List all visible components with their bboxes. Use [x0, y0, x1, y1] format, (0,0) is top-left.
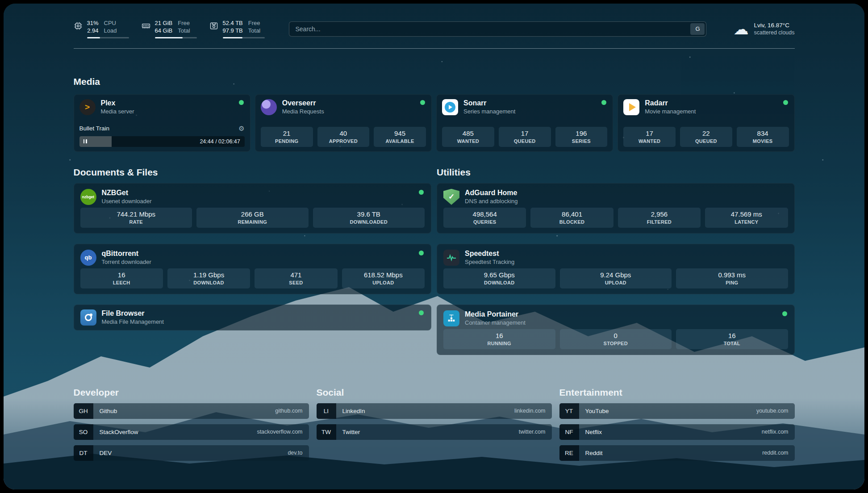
weather-condition: scattered clouds	[754, 29, 794, 36]
memory-total-value: 64 GiB	[155, 27, 173, 35]
gear-icon[interactable]: ⚙	[238, 125, 244, 133]
nzbget-card[interactable]: nzbget NZBGet Usenet downloader 744.21 M…	[74, 183, 432, 234]
section-developer: Developer GH Github github.com SO StackO…	[74, 387, 309, 461]
stat: 485WANTED	[442, 127, 494, 147]
speedtest-icon	[443, 250, 459, 266]
section-social: Social LI LinkedIn linkedin.com TW Twitt…	[317, 387, 552, 461]
memory-free-label: Free	[178, 20, 190, 27]
playback-progress-bar[interactable]: 24:44 / 02:06:47	[79, 136, 245, 147]
service-name: NZBGet	[102, 189, 152, 197]
bookmark-linkedin[interactable]: LI LinkedIn linkedin.com	[317, 403, 552, 419]
section-title-documents: Documents & Files	[74, 167, 432, 178]
cpu-progress-bar	[87, 37, 129, 38]
stat: 47.569 msLATENCY	[705, 208, 788, 228]
status-dot	[419, 190, 424, 195]
cpu-monitor: 31% 2.94 CPU Load	[74, 20, 129, 38]
stat: 2,956FILTERED	[618, 208, 701, 228]
status-dot	[601, 100, 606, 105]
section-title-developer: Developer	[74, 387, 309, 398]
bookmark-abbr: LI	[317, 403, 336, 419]
service-name: Radarr	[645, 99, 696, 107]
bookmark-netflix[interactable]: NF Netflix netflix.com	[559, 424, 795, 440]
stat: 0.993 msPING	[676, 268, 788, 288]
playback-time: 24:44 / 02:06:47	[200, 138, 240, 145]
bookmark-name: Netflix	[585, 429, 602, 435]
filebrowser-icon	[80, 309, 96, 326]
qbittorrent-card[interactable]: qb qBittorrent Torrent downloader 16LEEC…	[74, 244, 432, 294]
cpu-load-value: 2.94	[87, 27, 98, 35]
status-dot	[419, 310, 424, 315]
service-name: qBittorrent	[102, 250, 151, 258]
bookmark-dev[interactable]: DT DEV dev.to	[74, 445, 309, 461]
sonarr-card[interactable]: Sonarr Series management 485WANTED 17QUE…	[436, 94, 613, 152]
qbittorrent-icon: qb	[80, 250, 96, 266]
stat: 16LEECH	[80, 268, 163, 288]
disk-progress-bar	[223, 37, 265, 38]
plex-icon	[79, 99, 96, 115]
section-documents: Documents & Files nzbget NZBGet Usenet d…	[74, 167, 432, 355]
bookmark-url: reddit.com	[762, 450, 788, 456]
bookmark-abbr: GH	[74, 403, 93, 419]
bookmark-abbr: DT	[74, 445, 93, 461]
bookmark-stackoverflow[interactable]: SO StackOverflow stackoverflow.com	[74, 424, 309, 440]
bookmark-url: github.com	[275, 408, 302, 414]
bookmark-name: LinkedIn	[342, 408, 365, 414]
status-dot	[419, 251, 424, 255]
service-name: Plex	[101, 99, 134, 107]
bookmark-abbr: NF	[559, 424, 579, 440]
speedtest-card[interactable]: Speedtest Speedtest Tracking 9.65 GbpsDO…	[437, 244, 795, 294]
search-bar: G	[289, 21, 707, 37]
stat: 16TOTAL	[676, 329, 788, 349]
pause-icon	[83, 139, 85, 143]
service-desc: Movie management	[645, 108, 696, 115]
bookmark-name: Twitter	[342, 429, 360, 435]
bookmark-name: StackOverflow	[100, 429, 138, 435]
bookmark-url: netflix.com	[762, 429, 789, 435]
service-name: File Browser	[102, 309, 164, 318]
stat: 16RUNNING	[443, 329, 555, 349]
plex-card[interactable]: Plex Media server Bullet Train ⚙	[74, 94, 250, 152]
search-engine-button[interactable]: G	[690, 23, 705, 35]
service-name: Media Portainer	[465, 310, 526, 318]
section-utilities: Utilities AdGuard Home DNS and adblockin…	[437, 167, 795, 355]
memory-total-label: Total	[178, 27, 190, 35]
bookmark-abbr: YT	[559, 403, 579, 419]
overseerr-card[interactable]: Overseerr Media Requests 21PENDING 40APP…	[255, 94, 432, 152]
bookmark-youtube[interactable]: YT YouTube youtube.com	[559, 403, 795, 419]
bookmark-url: youtube.com	[756, 408, 789, 414]
memory-progress-bar	[155, 37, 197, 38]
portainer-card[interactable]: Media Portainer Container management 16R…	[437, 305, 795, 355]
stat: 471SEED	[255, 268, 337, 288]
stat: 9.24 GbpsUPLOAD	[560, 268, 672, 288]
adguard-card[interactable]: AdGuard Home DNS and adblocking 498,564Q…	[437, 183, 795, 234]
bookmark-github[interactable]: GH Github github.com	[74, 403, 309, 419]
cpu-label: CPU	[104, 20, 117, 27]
cpu-percent: 31%	[87, 20, 99, 27]
topbar: 31% 2.94 CPU Load	[74, 4, 795, 38]
section-title-utilities: Utilities	[437, 167, 795, 178]
service-desc: Container management	[465, 319, 526, 326]
disk-free-label: Free	[248, 20, 260, 27]
weather-location: Lviv, 16.87°C	[754, 22, 794, 29]
bookmark-name: Reddit	[585, 450, 603, 456]
bookmark-abbr: RE	[559, 445, 579, 461]
dashboard-window: 31% 2.94 CPU Load	[4, 4, 864, 489]
status-dot	[783, 100, 788, 105]
memory-free-value: 21 GiB	[155, 20, 173, 27]
memory-monitor: 21 GiB 64 GiB Free Total	[142, 20, 197, 38]
bookmark-reddit[interactable]: RE Reddit reddit.com	[559, 445, 795, 461]
search-input[interactable]	[289, 21, 707, 37]
bookmark-twitter[interactable]: TW Twitter twitter.com	[317, 424, 552, 440]
stat: 744.21 MbpsRATE	[80, 208, 192, 228]
bookmark-abbr: TW	[317, 424, 336, 440]
stat: 86,401BLOCKED	[530, 208, 613, 228]
section-title-entertainment: Entertainment	[559, 387, 795, 398]
radarr-card[interactable]: Radarr Movie management 17WANTED 22QUEUE…	[618, 94, 794, 152]
filebrowser-card[interactable]: File Browser Media File Management	[74, 305, 432, 330]
service-desc: DNS and adblocking	[465, 198, 518, 205]
stat: 21PENDING	[261, 127, 313, 147]
topbar-divider	[74, 48, 795, 49]
weather-widget: ☁ Lviv, 16.87°C scattered clouds	[733, 21, 794, 37]
service-desc: Media Requests	[282, 108, 324, 115]
bookmark-name: YouTube	[585, 408, 609, 414]
